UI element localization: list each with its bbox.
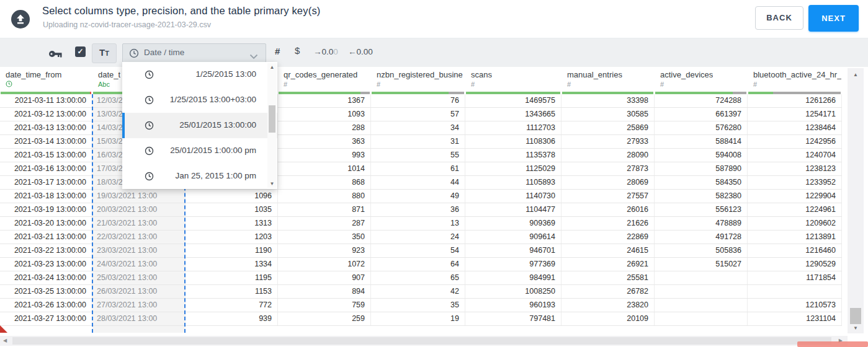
table-cell: 1209602 [748, 217, 842, 230]
table-cell: 33398 [562, 94, 655, 107]
table-cell: 55 [371, 149, 465, 162]
dropdown-option-label: 1/25/2015 13:00 [195, 69, 256, 79]
column-header[interactable]: date_time_from [0, 67, 92, 92]
clock-icon [145, 121, 154, 133]
number-type-label: # [377, 81, 380, 88]
table-cell: 772 [186, 299, 278, 312]
popup-scrollbar[interactable]: ▲ ▼ [267, 63, 277, 188]
table-cell: 26016 [562, 203, 655, 216]
dropdown-option[interactable]: Jan 25, 2015 1:00 pm [122, 164, 277, 189]
table-cell: 1190 [186, 244, 278, 257]
primary-key-icon[interactable] [48, 49, 63, 60]
column-name: scans [471, 70, 492, 79]
dropdown-option[interactable]: 1/25/2015 13:00+03:00 [122, 87, 277, 113]
table-cell: 2021-03-23 13:00:00 [0, 258, 92, 271]
table-row: 2021-03-22 13:00:0023/03/2021 13:0011909… [0, 244, 842, 258]
table-cell: 28/03/2021 13:00 [92, 312, 186, 325]
datetime-type-dropdown[interactable]: Date / time [122, 43, 266, 63]
table-cell: 1469575 [465, 94, 562, 107]
table-cell: 2021-03-20 13:00:00 [0, 217, 92, 230]
vertical-scrollbar-thumb[interactable] [850, 308, 861, 324]
table-cell: 1261266 [748, 94, 842, 107]
table-cell: 1140730 [465, 190, 562, 203]
table-cell: 20109 [562, 312, 655, 325]
table-cell: 2021-03-25 13:00:00 [0, 285, 92, 298]
table-cell: 76 [371, 94, 465, 107]
table-cell: 2021-03-27 13:00:00 [0, 312, 92, 325]
table-cell: 31 [371, 135, 465, 148]
table-cell: 13 [371, 217, 465, 230]
table-cell: 759 [278, 299, 371, 312]
table-cell: 1104477 [465, 203, 562, 216]
table-cell: 1014 [278, 162, 371, 175]
column-name: date_t [98, 70, 120, 79]
table-cell: 1238464 [748, 121, 842, 134]
column-header[interactable]: active_devices# [655, 67, 748, 92]
back-button[interactable]: BACK [755, 6, 803, 30]
clock-icon [129, 48, 139, 61]
horizontal-scrollbar[interactable]: ◀ ▶ [0, 336, 848, 346]
scroll-up-icon[interactable]: ▲ [848, 72, 864, 77]
popup-scroll-up-icon[interactable]: ▲ [267, 64, 277, 70]
table-row: 2021-03-21 13:00:0022/03/2021 13:0012033… [0, 231, 842, 244]
table-cell: 724288 [655, 94, 748, 107]
table-cell: 1213891 [748, 231, 842, 244]
table-cell: 939 [186, 312, 278, 325]
horizontal-scrollbar-thumb[interactable] [12, 337, 831, 345]
scroll-left-icon[interactable]: ◀ [3, 338, 7, 343]
currency-type-button[interactable]: $ [295, 45, 300, 56]
selected-column-extension [92, 326, 186, 333]
table-cell: 2021-03-22 13:00:00 [0, 244, 92, 257]
table-cell: 946701 [465, 244, 562, 257]
table-row: 2021-03-18 13:00:0019/03/2021 13:0010968… [0, 190, 842, 203]
number-type-button[interactable]: # [275, 46, 280, 56]
table-cell: 1334 [186, 258, 278, 271]
column-header[interactable]: qr_codes_generated# [278, 67, 371, 92]
table-cell: 977369 [465, 258, 562, 271]
popup-scroll-down-icon[interactable]: ▼ [267, 181, 277, 187]
table-cell: 1343665 [465, 108, 562, 121]
text-type-button[interactable]: TT [92, 43, 117, 63]
table-cell: 259 [278, 312, 371, 325]
table-cell: 1008250 [465, 285, 562, 298]
column-header[interactable]: manual_entries# [562, 67, 655, 92]
column-name: date_time_from [6, 70, 61, 79]
dropdown-option[interactable]: 25/01/2015 13:00:00 [122, 113, 277, 138]
table-cell: 44 [371, 176, 465, 189]
table-cell: 2021-03-18 13:00:00 [0, 190, 92, 203]
table-cell: 2021-03-13 13:00:00 [0, 121, 92, 134]
table-cell: 49 [371, 190, 465, 203]
header-bar: Select columns type, precision, and the … [0, 0, 868, 38]
boolean-type-checkbox-icon[interactable]: ✓ [75, 46, 86, 57]
dropdown-option[interactable]: 1/25/2015 13:00 [122, 62, 277, 87]
table-cell: 25581 [562, 271, 655, 284]
column-header[interactable]: nzbn_registered_busine# [371, 67, 465, 92]
vertical-scrollbar[interactable]: ▲ ▼ [848, 68, 864, 333]
table-cell: 25/03/2021 13:00 [92, 271, 186, 284]
next-button[interactable]: NEXT [808, 5, 859, 32]
table-cell: 1240704 [748, 149, 842, 162]
dropdown-option[interactable]: 25/01/2015 1:00:00 pm [122, 138, 277, 164]
column-header[interactable]: bluetooth_active_24_hr_# [748, 67, 842, 92]
dropdown-option-label: 25/01/2015 13:00:00 [179, 120, 256, 130]
increase-decimals-button[interactable]: →0.00 [313, 47, 338, 56]
table-cell: 27557 [562, 190, 655, 203]
table-cell: 661397 [655, 108, 748, 121]
table-row: 2021-03-19 13:00:0020/03/2021 13:0010358… [0, 203, 842, 217]
table-cell: 880 [278, 190, 371, 203]
popup-scrollbar-thumb[interactable] [269, 105, 275, 133]
table-cell: 582380 [655, 190, 748, 203]
scroll-down-icon[interactable]: ▼ [848, 325, 864, 331]
table-cell [748, 285, 842, 298]
table-cell: 1231104 [748, 312, 842, 325]
table-cell: 65 [371, 271, 465, 284]
decrease-decimals-button[interactable]: ←0.00 [348, 47, 373, 56]
number-type-label: # [567, 81, 571, 88]
page-subtitle: Uploading nz-covid-tracer-usage-2021-03-… [43, 20, 211, 29]
table-cell: 491728 [655, 231, 748, 244]
table-cell: 61 [371, 162, 465, 175]
table-cell: 1238123 [748, 162, 842, 175]
table-cell: 1035 [186, 203, 278, 216]
table-cell: 984991 [465, 271, 562, 284]
column-header[interactable]: scans# [465, 67, 562, 92]
